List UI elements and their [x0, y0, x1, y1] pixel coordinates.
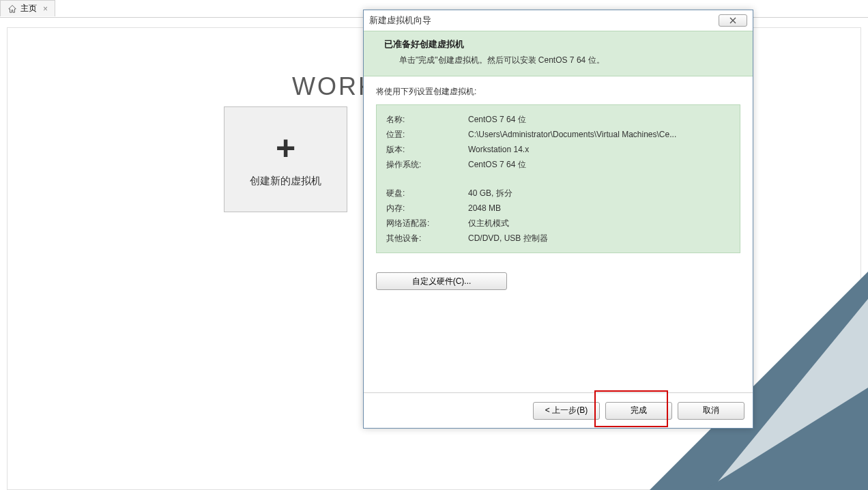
close-icon	[729, 17, 737, 24]
setting-row-disk: 硬盘: 40 GB, 拆分	[386, 186, 730, 201]
create-vm-tile[interactable]: + 创建新的虚拟机	[224, 106, 347, 212]
new-vm-wizard-dialog: 新建虚拟机向导 已准备好创建虚拟机 单击"完成"创建虚拟机。然后可以安装 Cen…	[363, 10, 753, 429]
setting-value: CentOS 7 64 位	[468, 114, 730, 126]
customize-hardware-button[interactable]: 自定义硬件(C)...	[376, 272, 507, 290]
back-button[interactable]: < 上一步(B)	[533, 402, 600, 420]
setting-value: 40 GB, 拆分	[468, 188, 730, 199]
plus-icon: +	[276, 131, 295, 165]
setting-value: 2048 MB	[468, 203, 730, 213]
setting-label: 版本:	[386, 144, 468, 156]
setting-row-os: 操作系统: CentOS 7 64 位	[386, 157, 730, 172]
dialog-header: 已准备好创建虚拟机 单击"完成"创建虚拟机。然后可以安装 CentOS 7 64…	[364, 31, 753, 76]
settings-intro: 将使用下列设置创建虚拟机:	[376, 86, 740, 98]
setting-label: 操作系统:	[386, 159, 468, 171]
dialog-footer: < 上一步(B) 完成 取消	[364, 392, 753, 428]
setting-row-memory: 内存: 2048 MB	[386, 201, 730, 216]
setting-label: 内存:	[386, 203, 468, 214]
home-tab-label: 主页	[20, 3, 37, 14]
setting-value: Workstation 14.x	[468, 145, 730, 154]
setting-label: 其他设备:	[386, 233, 468, 244]
home-tab[interactable]: 主页 ×	[0, 0, 55, 16]
setting-row-version: 版本: Workstation 14.x	[386, 142, 730, 157]
setting-label: 位置:	[386, 129, 468, 141]
dialog-title: 新建虚拟机向导	[369, 14, 431, 27]
setting-label: 网络适配器:	[386, 218, 468, 229]
setting-row-other: 其他设备: CD/DVD, USB 控制器	[386, 231, 730, 246]
setting-value: C:\Users\Administrator\Documents\Virtual…	[468, 130, 730, 139]
cancel-button[interactable]: 取消	[678, 402, 744, 420]
finish-button[interactable]: 完成	[605, 402, 672, 420]
dialog-body: 将使用下列设置创建虚拟机: 名称: CentOS 7 64 位 位置: C:\U…	[364, 76, 753, 290]
dialog-header-title: 已准备好创建虚拟机	[384, 38, 739, 51]
setting-value: CD/DVD, USB 控制器	[468, 233, 730, 244]
setting-value: 仅主机模式	[468, 218, 730, 229]
dialog-titlebar: 新建虚拟机向导	[364, 10, 753, 31]
setting-row-location: 位置: C:\Users\Administrator\Documents\Vir…	[386, 127, 730, 142]
setting-label: 硬盘:	[386, 188, 468, 199]
setting-row-name: 名称: CentOS 7 64 位	[386, 112, 730, 127]
create-vm-label: 创建新的虚拟机	[250, 175, 321, 188]
setting-value: CentOS 7 64 位	[468, 159, 730, 171]
settings-summary-box: 名称: CentOS 7 64 位 位置: C:\Users\Administr…	[376, 104, 740, 253]
close-icon[interactable]: ×	[43, 4, 48, 14]
dialog-header-subtitle: 单击"完成"创建虚拟机。然后可以安装 CentOS 7 64 位。	[384, 55, 739, 66]
home-icon	[8, 4, 17, 14]
dialog-close-button[interactable]	[719, 14, 747, 27]
setting-row-network: 网络适配器: 仅主机模式	[386, 216, 730, 231]
setting-label: 名称:	[386, 114, 468, 126]
